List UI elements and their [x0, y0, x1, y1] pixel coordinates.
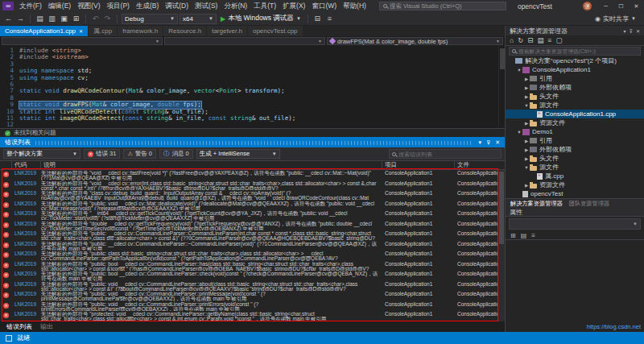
error-code[interactable]: LNK2019 [12, 251, 41, 261]
error-row[interactable]: ✕LNK2019无法解析的外部符号 "public: void __cdecl … [0, 201, 505, 211]
tree-item[interactable]: 属.cpp [506, 172, 644, 180]
code-editor[interactable]: 1#include <string>2#include <iostream>34… [0, 46, 505, 128]
find-icon[interactable]: ≡ [324, 15, 335, 23]
save-all-icon[interactable]: ⊞ [71, 15, 81, 23]
error-code[interactable]: LNK2019 [12, 170, 41, 180]
navigate-back-icon[interactable]: ← [3, 15, 14, 23]
error-code[interactable]: LNK2019 [12, 241, 41, 251]
menu-item[interactable]: 帮助(H) [340, 2, 369, 11]
home-icon[interactable]: ⌂ [510, 36, 514, 44]
doc-tab[interactable]: 属.cpp [89, 26, 118, 36]
error-row[interactable]: ✕LNK2019无法解析的外部符号 "public: bool __cdecl … [0, 271, 505, 281]
expander-icon[interactable]: ▶ [523, 94, 530, 99]
menu-item[interactable]: 扩展(X) [279, 2, 308, 11]
new-file-icon[interactable]: ▤ [35, 15, 45, 23]
tree-item[interactable]: 解决方案“opencvTest”(2 个项目) [506, 56, 644, 65]
file-column-header[interactable]: 文件 [455, 161, 505, 169]
explorer-tab[interactable]: 解决方案资源管理器 [510, 200, 563, 208]
show-all-files-icon[interactable]: ▤ [537, 36, 543, 44]
expander-icon[interactable]: ▼ [516, 68, 522, 73]
pin-icon[interactable]: ⊽ [630, 28, 633, 34]
properties-icon[interactable]: ≡ [547, 36, 551, 44]
code-column-header[interactable]: 代码 [12, 161, 41, 169]
attach-icon[interactable]: ⊟ [312, 15, 323, 23]
tree-item[interactable]: ▶引用 [506, 74, 644, 83]
error-code[interactable]: LNK2019 [12, 271, 41, 281]
code-line[interactable]: 2#include <iostream> [0, 54, 505, 60]
platform-dropdown[interactable]: x64 ▼ [180, 14, 217, 24]
menu-item[interactable]: 调试(D) [162, 2, 192, 11]
collapse-all-icon[interactable]: ⊟ [527, 36, 533, 44]
error-list-scrollbar[interactable] [498, 170, 505, 321]
expander-icon[interactable]: ▶ [523, 183, 530, 188]
expander-icon[interactable]: ▶ [523, 121, 530, 126]
maximize-button[interactable]: ☐ [613, 0, 629, 12]
close-icon[interactable]: ✕ [79, 28, 83, 34]
undo-icon[interactable]: ↶ [90, 15, 101, 23]
error-row[interactable]: ✕LNK2019无法解析的外部符号 "double __cdecl cv::ge… [0, 221, 505, 231]
minimize-button[interactable]: ─ [598, 0, 613, 12]
error-code[interactable]: LNK2019 [12, 311, 41, 321]
error-row[interactable]: ✕LNK2019无法解析的外部符号 "public: bool __cdecl … [0, 261, 505, 271]
tree-item[interactable]: ▶头文件 [506, 92, 644, 101]
tree-item[interactable]: ▶资源文件 [506, 118, 644, 127]
error-code[interactable]: LNK2019 [12, 210, 41, 221]
code-line[interactable]: 11static int imageQRCodeDetect(const str… [0, 115, 505, 122]
configuration-dropdown[interactable]: Debug ▼ [122, 14, 178, 24]
error-code[interactable]: LNK2019 [12, 281, 41, 292]
error-search-input[interactable] [398, 151, 498, 157]
expander-icon[interactable]: ▼ [523, 165, 530, 170]
tree-item[interactable]: ▶外部依赖项 [506, 145, 644, 154]
expander-icon[interactable]: ▶ [523, 156, 530, 161]
expander-icon[interactable]: ▼ [516, 130, 522, 135]
menu-item[interactable]: 编辑(E) [45, 2, 74, 11]
panel-tab[interactable]: 输出 [40, 322, 53, 331]
start-debugging-button[interactable]: ▶ 本地 Windows 调试器 ▼ [218, 14, 303, 23]
tree-item[interactable]: ▼Demo1 [506, 127, 644, 136]
error-code[interactable]: LNK2019 [12, 291, 41, 301]
error-search-box[interactable] [389, 149, 502, 159]
menu-item[interactable]: 生成(B) [133, 2, 162, 11]
error-row[interactable]: ✕LNK2019无法解析的外部符号 "class cv::debug_build… [0, 190, 505, 201]
errors-filter-button[interactable]: ✕ 错误 31 [84, 149, 120, 159]
tree-item[interactable]: opencvTest [506, 189, 644, 198]
user-avatar[interactable]: 张 [583, 2, 592, 10]
doc-tab[interactable]: opencvTest.cpp [248, 26, 303, 36]
tree-item[interactable]: ▶引用 [506, 136, 644, 145]
error-row[interactable]: ✕LNK2019无法解析的外部符号 "__int64 __cdecl cv::g… [0, 210, 505, 221]
explorer-tab[interactable]: 团队资源管理器 [569, 200, 609, 208]
expander-icon[interactable]: ▼ [523, 103, 530, 108]
window-position-icon[interactable]: ▾ [478, 139, 481, 146]
live-share-button[interactable]: ◉ 实时共享 ▼ [595, 15, 641, 23]
expander-icon[interactable]: ▶ [523, 139, 530, 143]
tree-item[interactable]: ▶外部依赖项 [506, 83, 644, 92]
tree-item[interactable]: ConsoleApplication1.cpp [506, 110, 644, 118]
warnings-filter-button[interactable]: ⚠ 警告 0 [123, 149, 156, 159]
nav-type-dropdown[interactable]: ▼ [164, 37, 325, 45]
menu-item[interactable]: 测试(S) [192, 2, 221, 11]
quick-launch-search[interactable]: 搜索 Visual Studio (Ctrl+Q) [379, 2, 506, 10]
error-row[interactable]: ✕LNK2019无法解析的外部符号 "public: void __cdecl … [0, 291, 505, 301]
menu-item[interactable]: 文件(F) [16, 2, 45, 11]
error-row[interactable]: ✕LNK2019无法解析的外部符号 "void __cdecl cv::erro… [0, 180, 505, 191]
properties-object-dropdown[interactable]: ▼ [509, 218, 641, 230]
error-code[interactable]: LNK2019 [12, 201, 41, 211]
tree-item[interactable]: ▼ConsoleApplication1 [506, 65, 644, 74]
source-filter-dropdown[interactable]: 生成 + IntelliSense ▼ [196, 149, 280, 159]
code-line[interactable]: 7static void drawQRCodeContour(Mat& colo… [0, 88, 505, 94]
redo-icon[interactable]: ↷ [102, 15, 113, 23]
tree-item[interactable]: ▶头文件 [506, 154, 644, 163]
doc-tab[interactable]: framework.h [118, 26, 163, 36]
project-column-header[interactable]: 项目 [382, 161, 455, 169]
doc-tab[interactable]: ConsoleApplication1.cpp✕ [0, 26, 89, 36]
error-code[interactable]: LNK2019 [12, 301, 41, 312]
error-row[interactable]: ✕LNK2019无法解析的外部符号 "public: void __cdecl … [0, 301, 505, 312]
solution-explorer-titlebar[interactable]: 解决方案资源管理器 ▾ ⊽ ✕ [506, 26, 644, 35]
doc-tab[interactable]: Resource.h [163, 26, 207, 36]
editor-scrollbar[interactable] [498, 46, 505, 128]
error-code[interactable]: LNK2019 [12, 180, 41, 191]
menu-item[interactable]: 窗口(W) [308, 2, 340, 11]
panel-tab[interactable]: 错误列表 [6, 322, 32, 331]
tree-item[interactable]: ▼源文件 [506, 163, 644, 172]
doc-tab[interactable]: targetver.h [207, 26, 248, 36]
